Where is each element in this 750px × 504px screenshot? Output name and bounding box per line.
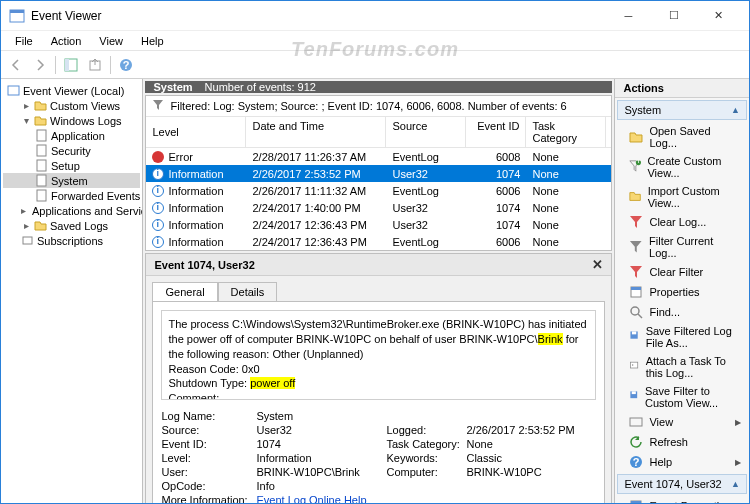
actions-group-event[interactable]: Event 1074, User32▲ [617,474,747,494]
tab-general[interactable]: General [152,282,217,301]
level-icon [152,151,164,163]
svg-rect-7 [8,86,19,95]
action-item[interactable]: ?Help▶ [615,452,749,472]
tree-forwarded[interactable]: Forwarded Events [3,188,140,203]
action-item[interactable]: View▶ [615,412,749,432]
action-icon: ? [629,455,643,469]
action-item[interactable]: Event Properties [615,496,749,504]
table-row[interactable]: Information2/24/2017 12:36:43 PMUser3210… [146,216,611,233]
tree-root[interactable]: Event Viewer (Local) [3,83,140,98]
export-button[interactable] [84,54,106,76]
action-item[interactable]: Properties [615,282,749,302]
events-count: Number of events: 912 [205,81,316,93]
highlight-user: Brink [538,333,563,345]
action-item[interactable]: Refresh [615,432,749,452]
action-item[interactable]: Save Filtered Log File As... [615,322,749,352]
help-button[interactable]: ? [115,54,137,76]
event-properties: Log Name:System Source:User32Logged:2/26… [161,410,596,504]
tree-saved-logs[interactable]: ▸Saved Logs [3,218,140,233]
table-row[interactable]: Information2/26/2017 2:53:52 PMUser32107… [146,165,611,182]
online-help-link[interactable]: Event Log Online Help [256,494,366,504]
tab-details[interactable]: Details [218,282,278,301]
back-button[interactable] [5,54,27,76]
menu-view[interactable]: View [91,33,131,49]
actions-group-system[interactable]: System▲ [617,100,747,120]
titlebar: Event Viewer ─ ☐ ✕ [1,1,749,31]
menu-action[interactable]: Action [43,33,90,49]
svg-rect-20 [632,331,636,334]
filter-icon [152,99,164,113]
table-row[interactable]: Information2/26/2017 11:11:32 AMEventLog… [146,182,611,199]
action-icon [629,130,643,144]
svg-rect-1 [10,10,24,13]
tree-subscriptions[interactable]: Subscriptions [3,233,140,248]
tree-setup[interactable]: Setup [3,158,140,173]
level-icon [152,236,164,248]
col-taskcat[interactable]: Task Category [526,117,606,147]
actions-pane: Actions System▲ Open Saved Log...+Create… [615,79,749,503]
col-eventid[interactable]: Event ID [466,117,526,147]
svg-rect-25 [630,418,642,426]
action-item[interactable]: Clear Log... [615,212,749,232]
svg-rect-10 [37,160,46,171]
level-icon [152,168,164,180]
col-source[interactable]: Source [386,117,466,147]
menu-help[interactable]: Help [133,33,172,49]
forward-button[interactable] [29,54,51,76]
action-item[interactable]: Open Saved Log... [615,122,749,152]
filter-text: Filtered: Log: System; Source: ; Event I… [170,100,566,112]
action-item[interactable]: +Create Custom View... [615,152,749,182]
tree-security[interactable]: Security [3,143,140,158]
chevron-right-icon: ▶ [735,458,741,467]
table-row[interactable]: Information2/24/2017 1:40:00 PMUser32107… [146,199,611,216]
table-row[interactable]: Information2/24/2017 12:36:43 PMEventLog… [146,233,611,250]
action-item[interactable]: Clear Filter [615,262,749,282]
tree-app-services[interactable]: ▸Applications and Services Logs [3,203,140,218]
show-tree-button[interactable] [60,54,82,76]
detail-close-button[interactable]: ✕ [592,257,603,272]
nav-tree: Event Viewer (Local) ▸Custom Views ▾Wind… [1,79,143,503]
highlight-shutdown: power off [250,377,295,389]
svg-point-18 [631,307,639,315]
action-icon [629,435,643,449]
action-item[interactable]: Save Filter to Custom View... [615,382,749,412]
svg-text:?: ? [123,59,130,71]
action-icon [629,240,643,254]
menu-file[interactable]: File [7,33,41,49]
svg-rect-9 [37,145,46,156]
action-item[interactable]: Import Custom View... [615,182,749,212]
events-header: System Number of events: 912 [145,81,612,93]
tree-application[interactable]: Application [3,128,140,143]
actions-header: Actions [615,79,749,98]
grid-header[interactable]: Level Date and Time Source Event ID Task… [146,117,611,148]
action-icon [629,415,643,429]
close-button[interactable]: ✕ [696,2,741,30]
col-datetime[interactable]: Date and Time [246,117,386,147]
chevron-up-icon: ▲ [731,105,740,115]
action-icon [629,265,643,279]
app-icon [9,8,25,24]
svg-rect-17 [631,287,641,290]
action-item[interactable]: Find... [615,302,749,322]
action-icon [629,499,643,504]
action-icon [629,330,639,344]
level-icon [152,202,164,214]
tree-system[interactable]: System [3,173,140,188]
action-icon [629,285,643,299]
chevron-right-icon: ▶ [735,418,741,427]
svg-rect-13 [23,237,32,244]
action-item[interactable]: Filter Current Log... [615,232,749,262]
action-item[interactable]: Attach a Task To this Log... [615,352,749,382]
table-row[interactable]: Error2/28/2017 11:26:37 AMEventLog6008No… [146,148,611,165]
action-icon [629,360,639,374]
detail-title: Event 1074, User32 [154,259,254,271]
tree-windows-logs[interactable]: ▾Windows Logs [3,113,140,128]
minimize-button[interactable]: ─ [606,2,651,30]
filter-bar: Filtered: Log: System; Source: ; Event I… [146,96,611,117]
svg-rect-3 [65,59,69,71]
detail-header: Event 1074, User32 ✕ [146,254,611,276]
svg-text:?: ? [633,456,640,468]
col-level[interactable]: Level [146,117,246,147]
maximize-button[interactable]: ☐ [651,2,696,30]
tree-custom-views[interactable]: ▸Custom Views [3,98,140,113]
